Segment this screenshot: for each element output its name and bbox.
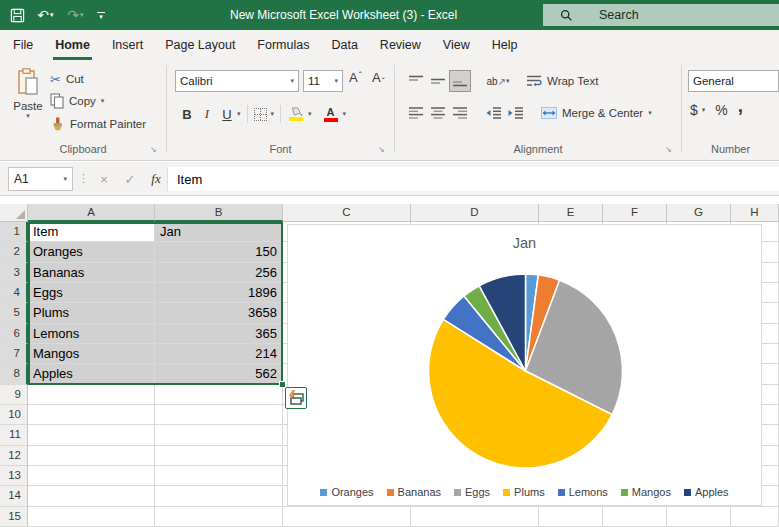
decrease-font-size-button[interactable]: Aˇ [372,70,385,92]
cell-B8[interactable]: 562 [155,364,283,384]
cell-D15[interactable] [411,507,539,527]
borders-dropdown-icon[interactable]: ▾ [271,110,275,118]
orientation-button[interactable]: ab↗▾ [483,70,513,92]
decrease-indent-button[interactable] [483,102,505,124]
quick-analysis-button[interactable] [285,387,307,409]
legend-item-eggs[interactable]: Eggs [454,486,490,498]
cell-B6[interactable]: 365 [155,324,283,344]
cell-A15[interactable] [28,507,155,527]
increase-font-size-button[interactable]: Aˆ [349,70,362,92]
row-header-8[interactable]: 8 [0,364,28,384]
cell-C15[interactable] [283,507,411,527]
cell-A8[interactable]: Apples [28,364,155,384]
cell-B14[interactable] [155,486,283,506]
ribbon-tab-page-layout[interactable]: Page Layout [154,30,246,60]
column-header-B[interactable]: B [155,204,283,222]
clipboard-dialog-launcher-icon[interactable]: ↘ [150,145,160,155]
row-header-4[interactable]: 4 [0,283,28,303]
cell-B3[interactable]: 256 [155,263,283,283]
cell-G15[interactable] [667,507,731,527]
pie-chart[interactable]: Jan OrangesBananasEggsPlumsLemonsMangosA… [287,224,762,506]
column-header-E[interactable]: E [539,204,603,222]
underline-dropdown-icon[interactable]: ▾ [237,110,241,118]
row-header-5[interactable]: 5 [0,303,28,323]
cell-E15[interactable] [539,507,603,527]
column-header-F[interactable]: F [603,204,667,222]
ribbon-tab-review[interactable]: Review [369,30,432,60]
legend-item-bananas[interactable]: Bananas [387,486,441,498]
row-header-15[interactable]: 15 [0,507,28,527]
copy-button[interactable]: Copy ▾ [50,90,104,112]
cell-A10[interactable] [28,405,155,425]
currency-dropdown-icon[interactable]: ▾ [702,106,706,114]
cell-B11[interactable] [155,425,283,445]
cell-B7[interactable]: 214 [155,344,283,364]
ribbon-tab-home[interactable]: Home [44,30,101,60]
row-header-6[interactable]: 6 [0,324,28,344]
legend-item-plums[interactable]: Plums [503,486,545,498]
insert-function-button[interactable]: fx [144,171,168,187]
row-header-9[interactable]: 9 [0,385,28,405]
row-header-7[interactable]: 7 [0,344,28,364]
cell-A11[interactable] [28,425,155,445]
cell-A14[interactable] [28,486,155,506]
cell-B1[interactable]: Jan [155,222,283,242]
wrap-text-button[interactable]: Wrap Text [527,75,598,87]
bottom-align-button[interactable] [449,70,471,92]
cell-A5[interactable]: Plums [28,303,155,323]
merge-center-button[interactable]: Merge & Center ▾ [541,107,652,119]
borders-icon[interactable] [254,108,267,121]
cell-A13[interactable] [28,466,155,486]
cell-A4[interactable]: Eggs [28,283,155,303]
cell-B4[interactable]: 1896 [155,283,283,303]
top-align-button[interactable] [405,70,427,92]
column-header-H[interactable]: H [731,204,779,222]
percent-button[interactable]: % [715,102,727,118]
search-box[interactable]: Search [543,4,779,26]
column-header-A[interactable]: A [28,204,155,222]
number-format-select[interactable]: General [688,70,779,92]
legend-item-mangos[interactable]: Mangos [621,486,671,498]
increase-indent-button[interactable] [505,102,527,124]
cell-B15[interactable] [155,507,283,527]
fill-color-button[interactable] [287,107,305,121]
font-color-dropdown-icon[interactable]: ▾ [343,110,347,118]
row-header-1[interactable]: 1 [0,222,28,242]
cell-A7[interactable]: Mangos [28,344,155,364]
font-dialog-launcher-icon[interactable]: ↘ [378,145,388,155]
format-painter-button[interactable]: Format Painter [50,113,146,135]
cell-A12[interactable] [28,446,155,466]
row-header-12[interactable]: 12 [0,446,28,466]
align-center-button[interactable] [427,102,449,124]
row-header-2[interactable]: 2 [0,242,28,262]
cell-A9[interactable] [28,385,155,405]
cell-B5[interactable]: 3658 [155,303,283,323]
row-header-10[interactable]: 10 [0,405,28,425]
bold-button[interactable]: B [177,107,197,122]
cell-B10[interactable] [155,405,283,425]
align-left-button[interactable] [405,102,427,124]
cell-A6[interactable]: Lemons [28,324,155,344]
column-header-D[interactable]: D [411,204,539,222]
middle-align-button[interactable] [427,70,449,92]
ribbon-tab-help[interactable]: Help [481,30,529,60]
row-header-3[interactable]: 3 [0,263,28,283]
row-header-13[interactable]: 13 [0,466,28,486]
cell-H15[interactable] [731,507,779,527]
customize-quick-access-icon[interactable]: ▾ [90,0,112,30]
cell-B2[interactable]: 150 [155,242,283,262]
redo-dropdown-icon[interactable]: ▾ [80,11,90,19]
comma-style-button[interactable]: , [738,101,743,111]
font-size-select[interactable]: 11▾ [303,70,343,92]
cell-A3[interactable]: Bananas [28,263,155,283]
underline-button[interactable]: U [217,107,237,122]
fill-color-dropdown-icon[interactable]: ▾ [308,110,312,118]
font-color-button[interactable]: A [322,107,340,122]
italic-button[interactable]: I [197,106,217,122]
column-header-G[interactable]: G [667,204,731,222]
legend-item-apples[interactable]: Apples [684,486,729,498]
ribbon-tab-view[interactable]: View [432,30,481,60]
ribbon-tab-data[interactable]: Data [320,30,368,60]
cut-button[interactable]: ✂ Cut [50,68,84,90]
name-box[interactable]: A1 ▾ [8,167,73,191]
